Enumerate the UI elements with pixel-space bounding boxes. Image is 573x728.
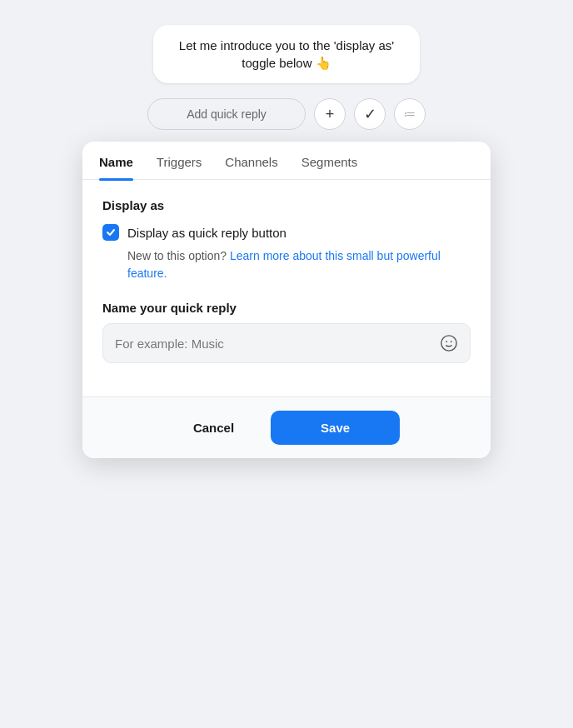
svg-point-1 [446, 341, 447, 342]
help-text-prefix: New to this option? [127, 249, 227, 262]
svg-point-0 [441, 336, 456, 351]
tab-segments[interactable]: Segments [301, 142, 358, 179]
tab-bar: Name Triggers Channels Segments [82, 142, 491, 180]
plus-icon: + [326, 106, 335, 123]
chat-bubble: Let me introduce you to the 'display as'… [153, 25, 420, 83]
display-as-label: Display as [102, 198, 471, 212]
svg-point-2 [451, 341, 452, 342]
tab-channels[interactable]: Channels [225, 142, 277, 179]
display-as-checkbox[interactable] [102, 224, 119, 241]
name-input[interactable] [115, 337, 440, 351]
tab-triggers[interactable]: Triggers [157, 142, 202, 179]
help-text: New to this option? Learn more about thi… [127, 247, 471, 282]
checkmark-icon [106, 227, 116, 237]
tab-name[interactable]: Name [99, 142, 133, 179]
cancel-button[interactable]: Cancel [173, 412, 254, 443]
list-button[interactable]: ≔ [394, 98, 426, 130]
modal-panel: Name Triggers Channels Segments Display … [82, 142, 491, 458]
emoji-button[interactable] [440, 334, 458, 352]
quick-reply-bar: Add quick reply + ✓ ≔ [147, 98, 426, 130]
add-quick-reply-label: Add quick reply [187, 107, 267, 121]
modal-content: Display as Display as quick reply button… [82, 180, 491, 396]
screen: Let me introduce you to the 'display as'… [0, 0, 573, 728]
add-quick-reply-pill[interactable]: Add quick reply [147, 98, 306, 130]
check-icon: ✓ [364, 105, 376, 123]
checkbox-row: Display as quick reply button [102, 224, 471, 241]
chat-bubble-text: Let me introduce you to the 'display as'… [179, 38, 394, 70]
check-button[interactable]: ✓ [354, 98, 386, 130]
name-field-label: Name your quick reply [102, 301, 471, 315]
save-button[interactable]: Save [271, 411, 400, 445]
modal-footer: Cancel Save [82, 396, 491, 458]
plus-button[interactable]: + [314, 98, 346, 130]
emoji-icon [440, 334, 458, 352]
name-input-row [102, 323, 471, 363]
list-icon: ≔ [404, 107, 416, 121]
display-as-checkbox-label: Display as quick reply button [127, 226, 286, 240]
